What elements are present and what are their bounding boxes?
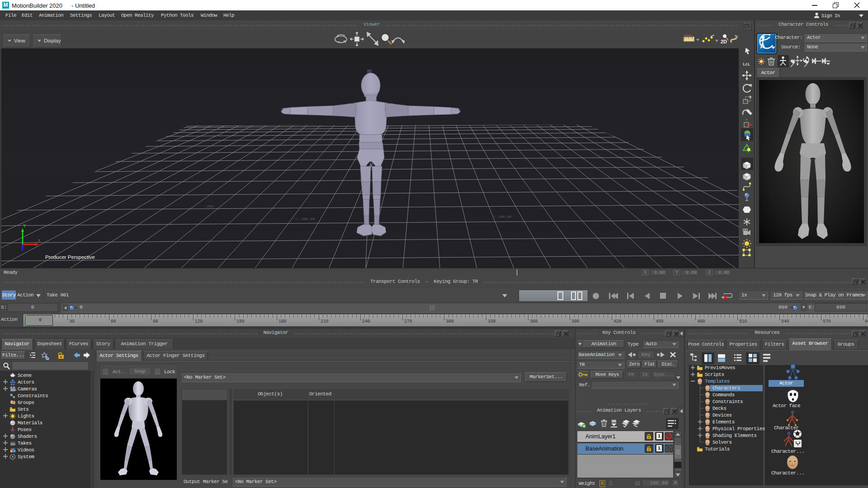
svg-text:-200: -200 [205, 204, 213, 208]
svg-text:2D: 2D [721, 39, 727, 44]
svg-text:Producer Perspective: Producer Perspective [45, 254, 95, 260]
svg-text:-*-100.00: -*-100.00 [492, 215, 511, 219]
svg-text:LcL: LcL [743, 62, 750, 67]
svg-text:-*--200.00: -*--200.00 [293, 217, 315, 221]
svg-text:Y: Y [23, 223, 26, 229]
svg-text:X: X [38, 238, 41, 244]
